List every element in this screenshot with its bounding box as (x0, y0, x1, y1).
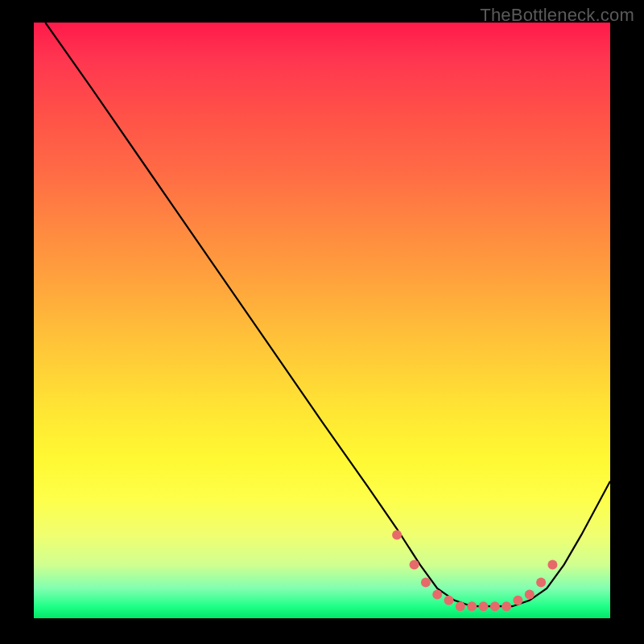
marker-dot (547, 559, 557, 569)
marker-dot (490, 601, 500, 611)
marker-dot (479, 601, 489, 611)
watermark-text: TheBottleneck.com (480, 5, 634, 26)
marker-dot (410, 559, 419, 569)
marker-dot (536, 578, 546, 588)
marker-dot (467, 601, 477, 611)
marker-dot (502, 601, 511, 611)
marker-dot (444, 596, 454, 605)
marker-dot (392, 530, 402, 539)
marker-dot (421, 578, 431, 588)
marker-dot (432, 589, 442, 599)
marker-dot (513, 596, 522, 605)
marker-dot (525, 589, 535, 599)
marker-dot (456, 601, 465, 611)
chart-svg (34, 23, 610, 618)
plot-area (34, 23, 610, 618)
curve-line (45, 23, 610, 606)
